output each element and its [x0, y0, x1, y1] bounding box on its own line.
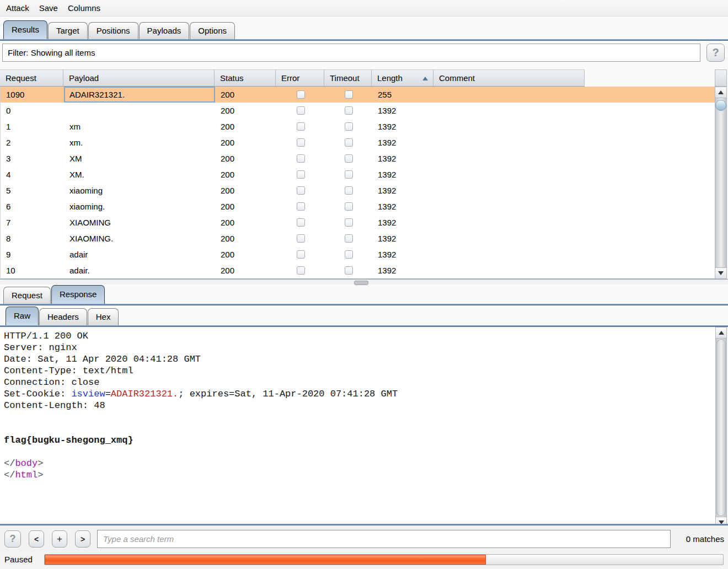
timeout-checkbox[interactable]: [345, 106, 353, 115]
error-checkbox[interactable]: [297, 186, 305, 195]
tab-options[interactable]: Options: [190, 22, 235, 39]
column-label: Timeout: [330, 73, 360, 83]
cell-payload: xm.: [64, 135, 215, 151]
error-checkbox[interactable]: [297, 138, 305, 147]
table-row[interactable]: 2xm.2001392: [1, 135, 715, 151]
table-row[interactable]: 02001392: [1, 103, 715, 119]
cell-payload: XIAOMING: [64, 214, 215, 230]
scroll-up-button[interactable]: [716, 328, 726, 339]
timeout-checkbox[interactable]: [345, 266, 353, 275]
error-checkbox[interactable]: [297, 218, 305, 227]
timeout-checkbox[interactable]: [345, 250, 353, 259]
cell-request: 2: [1, 135, 64, 151]
timeout-checkbox[interactable]: [345, 186, 353, 195]
timeout-checkbox[interactable]: [345, 170, 353, 179]
filter-bar[interactable]: Filter: Showing all items: [2, 44, 700, 62]
search-add-button[interactable]: +: [52, 530, 67, 547]
response-scrollbar[interactable]: [715, 327, 727, 528]
timeout-checkbox[interactable]: [345, 234, 353, 243]
column-header-payload[interactable]: Payload: [63, 69, 215, 87]
cell-error: [276, 198, 325, 214]
tab-results[interactable]: Results: [3, 20, 47, 39]
search-help-button[interactable]: ?: [4, 530, 21, 547]
table-row[interactable]: 10adair.2001392: [1, 262, 715, 278]
column-header-comment[interactable]: Comment: [433, 69, 585, 87]
search-prev-button[interactable]: <: [29, 530, 44, 547]
cell-request: 8: [1, 230, 64, 246]
menu-item-attack[interactable]: Attack: [1, 3, 34, 13]
timeout-checkbox[interactable]: [345, 218, 353, 227]
error-checkbox[interactable]: [297, 250, 305, 259]
timeout-checkbox[interactable]: [345, 90, 353, 99]
cell-comment: [434, 262, 585, 278]
progress-fill: [45, 555, 486, 565]
table-row[interactable]: 9adair2001392: [1, 246, 715, 262]
scroll-down-button[interactable]: [715, 267, 726, 278]
table-row[interactable]: 1xm2001392: [1, 119, 715, 135]
cell-timeout: [325, 103, 372, 119]
menu-item-save[interactable]: Save: [34, 3, 63, 13]
table-row[interactable]: 4XM.2001392: [1, 167, 715, 182]
tab-headers[interactable]: Headers: [39, 308, 87, 325]
tab-hex[interactable]: Hex: [88, 308, 119, 325]
cell-length: 255: [372, 87, 434, 103]
column-header-timeout[interactable]: Timeout: [324, 69, 372, 87]
timeout-checkbox[interactable]: [345, 138, 353, 147]
scrollbar-thumb[interactable]: [716, 339, 726, 516]
tab-request[interactable]: Request: [3, 287, 51, 304]
tab-payloads[interactable]: Payloads: [139, 22, 190, 39]
cell-payload: XM.: [64, 167, 215, 182]
cell-error: [276, 262, 325, 278]
cell-status: 200: [215, 87, 276, 103]
error-checkbox[interactable]: [297, 202, 305, 211]
table-row[interactable]: 3XM2001392: [1, 151, 715, 167]
cell-error: [276, 167, 325, 182]
search-next-button[interactable]: >: [75, 530, 90, 547]
error-checkbox[interactable]: [297, 90, 305, 99]
cell-error: [276, 103, 325, 119]
column-header-length[interactable]: Length: [372, 69, 433, 87]
column-header-request[interactable]: Request: [0, 69, 63, 87]
search-input[interactable]: [97, 530, 671, 548]
column-header-error[interactable]: Error: [276, 69, 324, 87]
view-tabstrip: RawHeadersHex: [6, 308, 119, 325]
table-row[interactable]: 6xiaoming.2001392: [1, 198, 715, 214]
results-scrollbar[interactable]: [715, 87, 727, 279]
timeout-checkbox[interactable]: [345, 122, 353, 131]
cell-length: 1392: [372, 119, 434, 135]
scrollbar-thumb[interactable]: [715, 100, 726, 111]
table-row[interactable]: 8XIAOMING.2001392: [1, 230, 715, 246]
response-line: HTTP/1.1 200 OK: [4, 330, 715, 342]
menu-item-columns[interactable]: Columns: [63, 3, 105, 13]
cell-comment: [434, 135, 585, 151]
error-checkbox[interactable]: [297, 106, 305, 115]
tab-positions[interactable]: Positions: [88, 22, 138, 39]
error-checkbox[interactable]: [297, 122, 305, 131]
tab-raw[interactable]: Raw: [6, 307, 39, 325]
tab-response[interactable]: Response: [51, 285, 105, 304]
error-checkbox[interactable]: [297, 234, 305, 243]
table-row[interactable]: 7XIAOMING2001392: [1, 214, 715, 230]
response-editor[interactable]: HTTP/1.1 200 OKServer: nginxDate: Sat, 1…: [0, 327, 715, 528]
cell-request: 3: [1, 151, 64, 167]
table-row[interactable]: 1090ADAIR321321.200255: [1, 87, 715, 103]
error-checkbox[interactable]: [297, 266, 305, 275]
response-line: Date: Sat, 11 Apr 2020 04:41:28 GMT: [4, 353, 715, 365]
tab-target[interactable]: Target: [48, 22, 88, 39]
scroll-up-button[interactable]: [715, 87, 726, 98]
split-divider[interactable]: [0, 279, 728, 284]
cell-status: 200: [215, 198, 276, 214]
error-checkbox[interactable]: [297, 154, 305, 163]
response-line: Connection: close: [4, 377, 715, 388]
table-header: RequestPayloadStatusErrorTimeoutLengthCo…: [0, 69, 585, 87]
timeout-checkbox[interactable]: [345, 202, 353, 211]
table-row[interactable]: 5xiaoming2001392: [1, 182, 715, 198]
status-bar: Paused: [0, 551, 728, 569]
cell-timeout: [325, 230, 372, 246]
cell-error: [276, 214, 325, 230]
error-checkbox[interactable]: [297, 170, 305, 179]
column-header-status[interactable]: Status: [215, 69, 276, 87]
timeout-checkbox[interactable]: [345, 154, 353, 163]
help-button[interactable]: ?: [706, 44, 725, 62]
divider-grip-icon: [354, 281, 368, 285]
